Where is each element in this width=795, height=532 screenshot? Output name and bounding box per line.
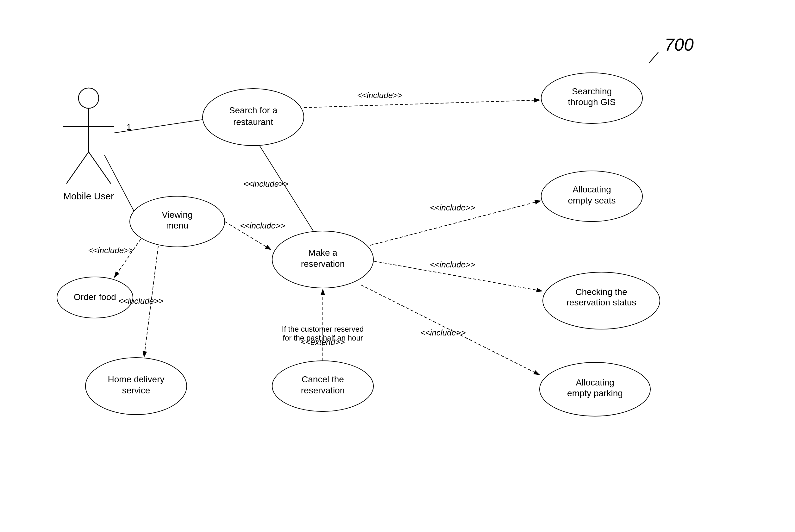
cancel-extend-condition1: If the customer reserved [282,325,364,333]
uml-diagram: Mobile User 1 1 Search for a restaurant … [0,0,795,532]
figure-label: 700 [665,35,694,54]
actor-search-label1: 1 [127,122,131,132]
search-to-gis-label: <<include>> [357,91,402,100]
makereservation-to-checkreservation-label: <<include>> [430,260,475,269]
search-to-gis-line [304,100,541,108]
viewmenu-to-makereservation-label: <<include>> [240,221,285,230]
usecase-makereservation-label1: Make a [308,248,337,258]
usecase-homedelivery-label1: Home delivery [108,374,165,384]
usecase-search-label2: restaurant [233,117,273,127]
usecase-allocseats-label1: Allocating [572,185,611,194]
diagram-container: Mobile User 1 1 Search for a restaurant … [0,0,795,532]
cancel-extend-condition2: for the past half an hour [283,334,363,342]
usecase-allocparking-label1: Allocating [576,378,614,387]
usecase-searchinggis-label2: through GIS [568,97,616,107]
makereservation-to-allocseats-label: <<include>> [430,203,475,212]
actor-left-leg [67,152,89,184]
usecase-viewmenu-label2: menu [166,221,188,230]
actor-to-viewmenu-line [105,155,136,215]
usecase-search-label1: Search for a [229,106,278,115]
actor-head [78,88,99,108]
search-to-makereservation-label: <<include>> [243,179,288,189]
actor-right-leg [89,152,111,184]
figure-label-arrow [649,52,658,63]
viewmenu-to-orderfood-label: <<include>> [88,246,133,255]
viewmenu-to-homedelivery-label: <<include>> [118,296,163,306]
usecase-viewmenu-label1: Viewing [162,210,193,220]
actor-label: Mobile User [63,191,114,201]
usecase-allocparking-label2: empty parking [567,388,623,398]
usecase-cancelreservation-label1: Cancel the [302,374,344,384]
usecase-allocseats-label2: empty seats [568,195,616,205]
viewmenu-to-orderfood-line [114,239,141,278]
usecase-cancelreservation-label2: reservation [301,385,345,395]
usecase-searchinggis-label1: Searching [572,87,612,96]
makereservation-to-allocparking-label: <<include>> [420,328,466,337]
usecase-orderfood-label: Order food [74,292,116,302]
usecase-checkreservation-label2: reservation status [567,298,637,307]
usecase-checkreservation-label1: Checking the [575,287,627,297]
usecase-makereservation-label2: reservation [301,259,345,269]
usecase-homedelivery-label2: service [122,385,150,395]
